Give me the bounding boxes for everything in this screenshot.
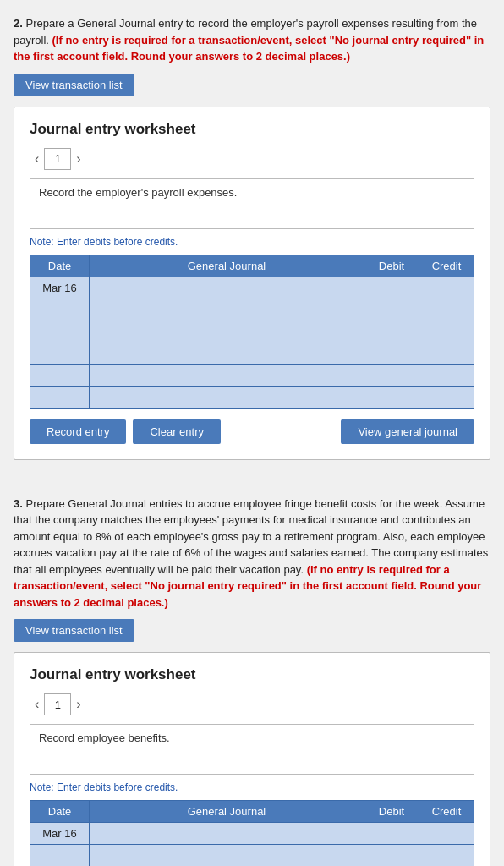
date-cell: Mar 16 (30, 277, 90, 299)
date-cell: Mar 16 (30, 823, 90, 845)
debit-cell[interactable] (364, 277, 419, 299)
table-row (30, 845, 474, 867)
question-3-text: 3. Prepare General Journal entries to ac… (14, 496, 490, 611)
credit-cell[interactable] (419, 299, 474, 321)
journal-cell[interactable] (90, 364, 364, 386)
journal-input[interactable] (90, 280, 364, 296)
credit-input[interactable] (419, 825, 474, 841)
debit-cell[interactable] (364, 321, 419, 343)
action-row-2: Record entry Clear entry View general jo… (30, 419, 474, 444)
description-text-2: Record the employer's payroll expenses. (39, 186, 237, 199)
credit-input[interactable] (419, 390, 474, 406)
credit-cell[interactable] (419, 277, 474, 299)
journal-input[interactable] (90, 847, 364, 863)
credit-input[interactable] (419, 324, 474, 340)
credit-cell[interactable] (419, 321, 474, 343)
description-text-3: Record employee benefits. (39, 732, 170, 744)
debit-input[interactable] (364, 847, 419, 863)
debit-cell[interactable] (364, 845, 419, 867)
debit-cell[interactable] (364, 299, 419, 321)
header-date-3: Date (30, 801, 90, 823)
credit-cell[interactable] (419, 845, 474, 867)
credit-cell[interactable] (419, 823, 474, 845)
next-page-btn-3[interactable]: › (71, 695, 85, 714)
journal-input[interactable] (90, 825, 364, 841)
credit-input[interactable] (419, 847, 474, 863)
credit-cell[interactable] (419, 364, 474, 386)
debit-cell[interactable] (364, 364, 419, 386)
nav-row-2: ‹ 1 › (30, 148, 474, 170)
journal-cell[interactable] (90, 299, 364, 321)
date-cell (30, 343, 90, 364)
question-2-number: 2. (14, 17, 23, 30)
journal-cell[interactable] (90, 823, 364, 845)
journal-cell[interactable] (90, 845, 364, 867)
debit-input[interactable] (364, 825, 419, 841)
table-row (30, 386, 474, 408)
worksheet-title-2: Journal entry worksheet (30, 121, 474, 138)
note-text-3: Note: Enter debits before credits. (30, 781, 474, 793)
credit-input[interactable] (419, 346, 474, 362)
header-debit-2: Debit (364, 255, 419, 277)
journal-input[interactable] (90, 390, 364, 406)
date-cell (30, 845, 90, 867)
worksheet-title-3: Journal entry worksheet (30, 666, 474, 683)
debit-cell[interactable] (364, 343, 419, 364)
debit-input[interactable] (364, 302, 419, 318)
table-row: Mar 16 (30, 823, 474, 845)
page-num-3: 1 (44, 693, 71, 715)
journal-cell[interactable] (90, 277, 364, 299)
header-journal-3: General Journal (90, 801, 364, 823)
record-entry-btn-2[interactable]: Record entry (30, 419, 126, 444)
debit-input[interactable] (364, 368, 419, 384)
header-credit-2: Credit (419, 255, 474, 277)
clear-entry-btn-2[interactable]: Clear entry (133, 419, 221, 444)
credit-cell[interactable] (419, 386, 474, 408)
page-num-2: 1 (44, 148, 71, 170)
date-cell (30, 299, 90, 321)
view-general-journal-btn-2[interactable]: View general journal (341, 419, 474, 444)
debit-input[interactable] (364, 280, 419, 296)
journal-input[interactable] (90, 302, 364, 318)
header-journal-2: General Journal (90, 255, 364, 277)
debit-input[interactable] (364, 346, 419, 362)
question-3-block: 3. Prepare General Journal entries to ac… (14, 496, 490, 867)
header-credit-3: Credit (419, 801, 474, 823)
description-box-2: Record the employer's payroll expenses. (30, 178, 474, 229)
journal-cell[interactable] (90, 386, 364, 408)
header-debit-3: Debit (364, 801, 419, 823)
prev-page-btn-2[interactable]: ‹ (30, 150, 44, 168)
journal-table-3: Date General Journal Debit Credit Mar 16 (30, 800, 474, 866)
journal-input[interactable] (90, 368, 364, 384)
header-date-2: Date (30, 255, 90, 277)
date-cell (30, 386, 90, 408)
date-cell (30, 364, 90, 386)
question-2-block: 2. Prepare a General Journal entry to re… (14, 15, 490, 460)
note-text-2: Note: Enter debits before credits. (30, 236, 474, 248)
debit-cell[interactable] (364, 386, 419, 408)
table-row: Mar 16 (30, 277, 474, 299)
date-cell (30, 321, 90, 343)
debit-input[interactable] (364, 390, 419, 406)
journal-input[interactable] (90, 324, 364, 340)
journal-input[interactable] (90, 346, 364, 362)
page-container: 2. Prepare a General Journal entry to re… (0, 0, 504, 866)
prev-page-btn-3[interactable]: ‹ (30, 695, 44, 714)
view-transaction-list-btn-2[interactable]: View transaction list (14, 74, 134, 96)
table-row (30, 343, 474, 364)
view-transaction-list-btn-3[interactable]: View transaction list (14, 619, 134, 642)
table-row (30, 364, 474, 386)
question-3-number: 3. (14, 497, 23, 510)
credit-input[interactable] (419, 280, 474, 296)
worksheet-card-2: Journal entry worksheet ‹ 1 › Record the… (14, 107, 490, 460)
next-page-btn-2[interactable]: › (71, 150, 85, 168)
debit-input[interactable] (364, 324, 419, 340)
credit-input[interactable] (419, 302, 474, 318)
table-row (30, 321, 474, 343)
credit-input[interactable] (419, 368, 474, 384)
journal-cell[interactable] (90, 343, 364, 364)
journal-cell[interactable] (90, 321, 364, 343)
description-box-3: Record employee benefits. (30, 724, 474, 775)
credit-cell[interactable] (419, 343, 474, 364)
debit-cell[interactable] (364, 823, 419, 845)
